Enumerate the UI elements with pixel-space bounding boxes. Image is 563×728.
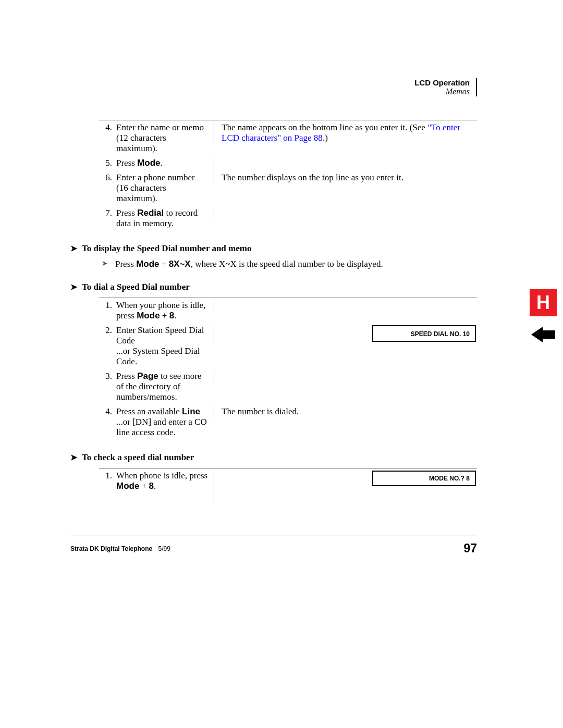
footer-date: 5/99 — [158, 545, 170, 552]
step-desc — [214, 206, 477, 220]
table-row: 5. Press Mode. — [99, 156, 477, 170]
arrow-icon: ➤ — [70, 282, 82, 292]
step-number: 6. — [99, 172, 116, 183]
step-number: 1. — [99, 471, 116, 481]
table-row: 4. Press an available Line ...or [DN] an… — [99, 404, 477, 440]
arrow-icon: ➤ — [70, 243, 82, 253]
table-row: 1. When your phone is idle, press Mode +… — [99, 298, 477, 323]
svg-marker-0 — [531, 327, 555, 342]
sub-bullet: ➤ Press Mode + 8X~X, where X~X is the sp… — [102, 259, 477, 269]
step-text: Press an available Line ...or [DN] and e… — [116, 406, 209, 438]
section-tab-marker: H — [530, 289, 557, 347]
step-desc — [214, 298, 477, 313]
section-heading: ➤ To check a speed dial number — [70, 452, 477, 463]
steps-table-2: 1. When your phone is idle, press Mode +… — [99, 298, 477, 440]
step-number: 5. — [99, 158, 116, 168]
step-number: 2. — [99, 325, 116, 336]
page-header: LCD Operation Memos — [70, 78, 477, 96]
section-heading: ➤ To display the Speed Dial number and m… — [70, 243, 477, 254]
table-row: 7. Press Redial to record data in memory… — [99, 206, 477, 231]
step-text: Press Mode. — [116, 158, 209, 168]
arrow-icon: ➤ — [70, 452, 82, 462]
step-text: Enter Station Speed Dial Code ...or Syst… — [116, 325, 209, 367]
step-desc: The name appears on the bottom line as y… — [214, 120, 477, 145]
header-title: LCD Operation — [70, 78, 470, 87]
table-row: 4. Enter the name or memo (12 characters… — [99, 120, 477, 156]
step-number: 1. — [99, 300, 116, 311]
steps-table-3: 1. When phone is idle, press Mode + 8. M… — [99, 468, 477, 504]
step-number: 3. — [99, 371, 116, 381]
step-text: Press Redial to record data in memory. — [116, 208, 209, 229]
step-number: 4. — [99, 406, 116, 417]
step-number: 7. — [99, 208, 116, 218]
page-number: 97 — [463, 541, 477, 556]
step-desc: The number displays on the top line as y… — [214, 170, 477, 185]
step-text: Enter the name or memo (12 characters ma… — [116, 122, 209, 154]
step-desc: SPEED DIAL NO. 10 — [214, 323, 477, 344]
arrow-icon: ➤ — [102, 259, 115, 269]
tab-letter: H — [530, 289, 557, 316]
section-heading: ➤ To dial a Speed Dial number — [70, 282, 477, 292]
table-row: 3. Press Page to see more of the directo… — [99, 369, 477, 404]
table-row: 2. Enter Station Speed Dial Code ...or S… — [99, 323, 477, 369]
step-desc: MODE NO.? 8 — [214, 468, 477, 504]
page-content: LCD Operation Memos 4. Enter the name or… — [70, 78, 477, 504]
step-text: Enter a phone number (16 characters maxi… — [116, 172, 209, 204]
step-text: When phone is idle, press Mode + 8. — [116, 471, 209, 491]
table-row: 1. When phone is idle, press Mode + 8. M… — [99, 468, 477, 504]
step-desc: The number is dialed. — [214, 404, 477, 419]
lcd-display-box: SPEED DIAL NO. 10 — [372, 325, 476, 342]
page-footer: Strata DK Digital Telephone 5/99 97 — [70, 536, 477, 556]
steps-table-1: 4. Enter the name or memo (12 characters… — [99, 120, 477, 231]
footer-product: Strata DK Digital Telephone — [70, 545, 152, 552]
table-row: 6. Enter a phone number (16 characters m… — [99, 170, 477, 206]
step-desc — [214, 156, 477, 170]
step-desc — [214, 369, 477, 384]
lcd-display-box: MODE NO.? 8 — [372, 471, 476, 486]
step-text: When your phone is idle, press Mode + 8. — [116, 300, 209, 321]
header-subtitle: Memos — [70, 87, 470, 96]
step-text: Press Page to see more of the directory … — [116, 371, 209, 402]
left-arrow-icon — [531, 323, 555, 347]
step-number: 4. — [99, 122, 116, 133]
